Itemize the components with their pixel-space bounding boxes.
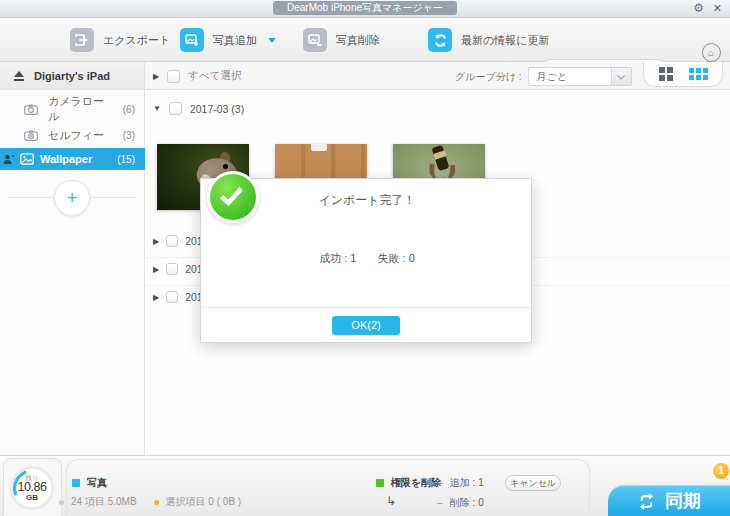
sidebar-item-label: Wallpaper (40, 153, 111, 165)
toolbar: エクスポート 写真追加 写真削除 最新の情報に更新 ↻ アップデートを確認 (0, 18, 730, 62)
dropdown-button[interactable] (611, 68, 631, 85)
sync-direction: ↳ (386, 494, 396, 508)
group-header-label: 2017-03 (3) (190, 103, 244, 115)
chevron-down-icon (268, 38, 276, 43)
group-by-label: グループ分け : (455, 70, 522, 84)
view-toggle (643, 62, 723, 87)
sidebar-item-count: (3) (123, 130, 135, 141)
statusbar: 残り 10.86 GB 写真 24 項目 5.0MB 選択項目 0 ( 0B )… (0, 455, 730, 516)
device-name: Digiarty's iPad (34, 70, 110, 82)
delete-photos-icon (303, 28, 327, 52)
eject-icon (13, 70, 25, 82)
select-all-label: すべて選択 (188, 69, 241, 83)
group-by-value: 月ごと (537, 70, 567, 84)
sync-button[interactable]: 同期 (608, 485, 730, 516)
add-photos-label: 写真追加 (213, 33, 257, 48)
export-icon (70, 28, 94, 52)
items-summary: 24 項目 5.0MB 選択項目 0 ( 0B ) (57, 495, 241, 509)
group-by-dropdown[interactable]: 月ごと (528, 67, 632, 86)
photos-legend-icon (72, 479, 80, 487)
delete-photos-button[interactable]: 写真削除 (303, 18, 380, 62)
person-icon (3, 154, 14, 165)
add-photos-icon (180, 28, 204, 52)
expand-arrow-icon[interactable]: ▶ (153, 72, 159, 81)
group-checkbox[interactable] (166, 235, 178, 247)
refresh-button[interactable]: 最新の情報に更新 (428, 18, 550, 62)
storage-gauge: 残り 10.86 GB (10, 466, 54, 510)
small-grid-view-button[interactable] (689, 68, 708, 80)
group-by-control: グループ分け : 月ごと (455, 67, 632, 86)
window-title: DearMob iPhone写真マネージャー (273, 1, 457, 15)
add-album-button[interactable]: + (54, 180, 90, 216)
export-button[interactable]: エクスポート (70, 18, 170, 62)
delete-photos-label: 写真削除 (336, 33, 380, 48)
expand-arrow-icon[interactable]: ▶ (153, 237, 159, 246)
chevron-down-icon (617, 71, 625, 79)
dialog-stats: 成功 : 1 失敗 : 0 (201, 251, 533, 266)
sidebar-item-count: (15) (117, 154, 135, 165)
sidebar-item-camera-roll[interactable]: カメラロール (6) (0, 96, 145, 122)
storage-arc-icon (10, 466, 54, 510)
select-all-control[interactable]: ▶ すべて選択 (153, 69, 241, 83)
selection-summary-text: 選択項目 0 ( 0B ) (166, 495, 242, 509)
import-complete-dialog: インポート完了！ 成功 : 1 失敗 : 0 OK(2) (200, 178, 532, 343)
group-checkbox[interactable] (166, 263, 178, 275)
group-checkbox[interactable] (169, 102, 182, 115)
collapse-arrow-icon[interactable]: ▼ (153, 104, 161, 113)
selfie-camera-icon (24, 130, 38, 141)
sidebar-item-label: カメラロール (48, 94, 113, 124)
sidebar-item-selfie[interactable]: セルフィー (3) (0, 122, 145, 148)
remove-permission-legend: 権限を削除 (376, 476, 441, 490)
remove-permission-label: 権限を削除 (391, 476, 441, 490)
ok-button[interactable]: OK(2) (332, 316, 400, 335)
sidebar-item-count: (6) (123, 104, 135, 115)
failed-count: 失敗 : 0 (378, 252, 415, 264)
camera-icon (24, 104, 38, 115)
sidebar: Digiarty's iPad カメラロール (6) セルフィー (3) Wal… (0, 62, 145, 455)
device-header[interactable]: Digiarty's iPad (0, 62, 144, 90)
plus-icon: + (437, 478, 443, 489)
removed-summary: − 削除 : 0 (437, 496, 484, 510)
picture-icon (20, 153, 34, 165)
select-all-checkbox[interactable] (167, 70, 180, 83)
close-icon[interactable]: ✕ (713, 2, 722, 15)
group-header-row[interactable]: ▼ 2017-03 (3) (153, 102, 244, 115)
sync-count-badge: 1 (712, 462, 730, 480)
sidebar-item-label: セルフィー (48, 128, 113, 143)
settings-gear-icon[interactable]: ⚙ (693, 1, 704, 15)
sync-icon (637, 492, 656, 511)
selection-bullet-icon (154, 500, 159, 505)
refresh-label: 最新の情報に更新 (461, 33, 550, 48)
large-grid-view-button[interactable] (659, 67, 673, 81)
add-photos-button[interactable]: 写真追加 (180, 18, 276, 62)
group-checkbox[interactable] (166, 291, 178, 303)
arrow-right-icon: ↳ (386, 494, 396, 508)
home-icon: ⌂ (702, 43, 721, 62)
added-summary: + 追加 : 1 (437, 476, 484, 490)
list-header: ▶ すべて選択 グループ分け : 月ごと (145, 62, 730, 90)
titlebar: DearMob iPhone写真マネージャー ⚙ ✕ (0, 0, 730, 18)
dialog-title: インポート完了！ (201, 192, 533, 209)
success-count: 成功 : 1 (319, 252, 356, 264)
refresh-icon (428, 28, 452, 52)
sidebar-item-wallpaper[interactable]: Wallpaper (15) (0, 148, 145, 170)
export-label: エクスポート (103, 33, 170, 48)
added-label: 追加 : 1 (450, 476, 484, 490)
expand-arrow-icon[interactable]: ▶ (153, 293, 159, 302)
remove-permission-icon (376, 479, 384, 487)
dialog-footer: OK(2) (201, 307, 531, 342)
cancel-button[interactable]: キャンセル (505, 475, 561, 491)
removed-label: 削除 : 0 (450, 496, 484, 510)
expand-arrow-icon[interactable]: ▶ (153, 265, 159, 274)
items-bullet-icon (59, 500, 64, 505)
photos-legend: 写真 (72, 476, 107, 490)
minus-icon: − (437, 498, 443, 509)
items-summary-text: 24 項目 5.0MB (71, 495, 137, 509)
sync-label: 同期 (665, 489, 701, 513)
app-window: DearMob iPhone写真マネージャー ⚙ ✕ エクスポート 写真追加 写… (0, 0, 730, 516)
photos-legend-label: 写真 (87, 476, 107, 490)
